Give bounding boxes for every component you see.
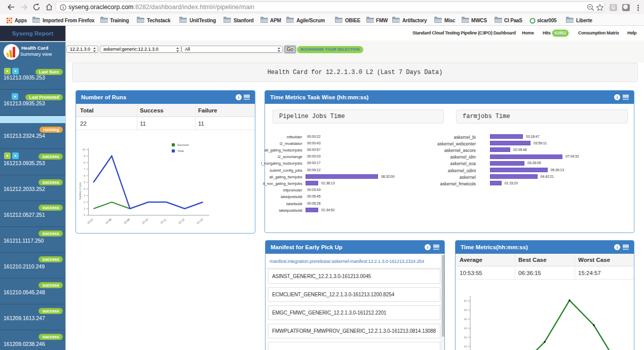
- svg-text:12-07: 12-07: [87, 218, 94, 225]
- svg-text:8: 8: [84, 161, 85, 164]
- svg-text:18: 18: [464, 308, 467, 312]
- svg-text:12-10: 12-10: [141, 218, 149, 225]
- svg-text:5: 5: [84, 181, 85, 184]
- svg-text:Success: Success: [177, 143, 189, 146]
- svg-text:9: 9: [84, 154, 85, 158]
- svg-text:12-09: 12-09: [123, 218, 131, 225]
- svg-text:1: 1: [84, 207, 85, 210]
- svg-text:Number of runs: Number of runs: [79, 182, 82, 200]
- svg-text:12-13: 12-13: [196, 218, 204, 225]
- svg-text:Total: Total: [177, 149, 184, 152]
- svg-text:6: 6: [84, 174, 85, 177]
- svg-text:3: 3: [84, 194, 85, 197]
- svg-text:20: 20: [464, 299, 467, 302]
- svg-text:12-12: 12-12: [178, 218, 185, 225]
- svg-text:10: 10: [464, 345, 467, 348]
- svg-text:12: 12: [464, 336, 467, 339]
- svg-text:14: 14: [464, 327, 467, 330]
- svg-text:10: 10: [82, 148, 85, 151]
- svg-text:0: 0: [84, 213, 85, 216]
- svg-text:4: 4: [84, 187, 85, 190]
- svg-text:16: 16: [464, 318, 467, 321]
- svg-text:7: 7: [84, 168, 85, 171]
- svg-text:2: 2: [84, 201, 85, 204]
- svg-text:12-11: 12-11: [160, 218, 167, 224]
- svg-text:12-08: 12-08: [105, 218, 112, 225]
